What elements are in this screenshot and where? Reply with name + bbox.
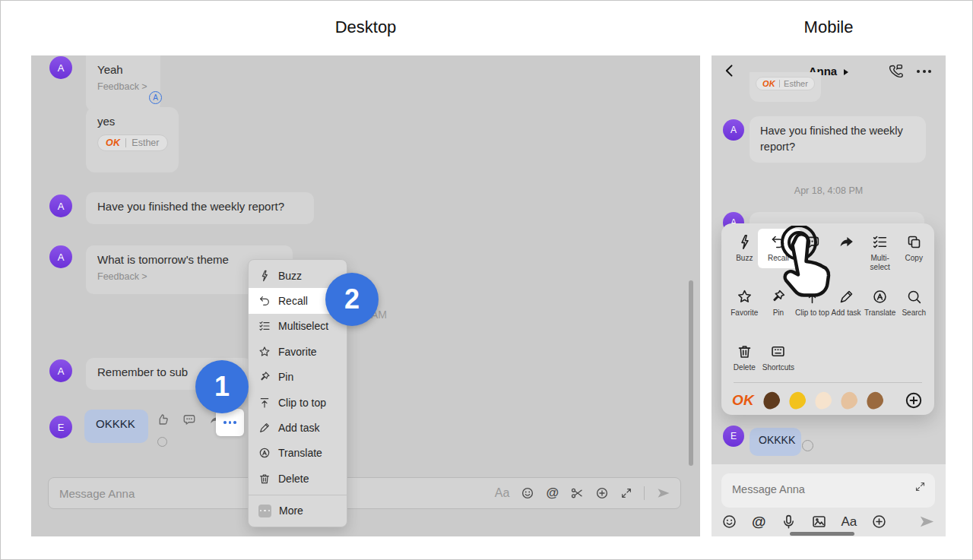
quick-reactions-row: OK (732, 389, 924, 412)
reaction-chip[interactable]: OK Esther (97, 134, 168, 151)
message-input[interactable] (731, 482, 914, 496)
expand-icon[interactable] (620, 487, 632, 499)
send-icon[interactable] (656, 486, 671, 501)
message-input-field[interactable] (721, 473, 935, 508)
avatar[interactable]: E (49, 416, 72, 438)
avatar[interactable]: A (49, 56, 72, 79)
menu-item-label: Multiselect (278, 320, 328, 332)
action-favorite[interactable]: Favorite (727, 289, 762, 318)
menu-item-favorite[interactable]: Favorite (249, 339, 347, 364)
message-bubble[interactable]: Yeah Feedback > (86, 55, 160, 111)
avatar[interactable]: E (723, 426, 744, 447)
add-task-icon (258, 422, 271, 434)
menu-item-translate[interactable]: Translate (249, 441, 347, 466)
avatar[interactable]: A (49, 359, 72, 382)
expand-icon[interactable] (914, 481, 926, 492)
message-text: yes (97, 115, 167, 128)
read-status-ring (157, 437, 167, 447)
arrow-to-top-icon (258, 397, 271, 409)
action-search[interactable]: Search (897, 289, 931, 318)
action-translate[interactable]: Translate (863, 289, 897, 318)
action-shortcuts[interactable]: Shortcuts (762, 343, 796, 372)
scrollbar[interactable] (689, 280, 693, 466)
avatar[interactable]: A (49, 245, 72, 268)
flexed-biceps-emoji[interactable] (788, 391, 807, 410)
menu-item-label: More (279, 505, 303, 517)
flexed-biceps-emoji[interactable] (865, 391, 885, 410)
divider (779, 80, 780, 87)
menu-item-label: Pin (278, 371, 293, 383)
emoji-icon[interactable] (521, 486, 534, 500)
action-copy[interactable]: Copy (897, 234, 931, 271)
composer-toolbar: @ Aa (721, 513, 936, 530)
text-format-icon[interactable]: Aa (495, 486, 510, 500)
menu-item-more[interactable]: More (249, 498, 347, 524)
avatar[interactable]: A (723, 119, 744, 141)
call-icon[interactable] (888, 63, 904, 79)
ok-emoji: OK (106, 138, 120, 148)
mic-icon[interactable] (781, 514, 797, 530)
trash-icon (737, 343, 753, 359)
menu-item-add-task[interactable]: Add task (249, 415, 347, 440)
more-icon (223, 421, 236, 424)
menu-divider (249, 495, 347, 495)
lightning-icon (258, 270, 271, 282)
search-icon (906, 289, 922, 305)
message-text: Remember to sub (97, 365, 188, 378)
divider (644, 486, 645, 500)
star-icon (737, 289, 753, 305)
ok-emoji[interactable]: OK (732, 392, 754, 409)
pin-icon (258, 371, 271, 383)
plus-circle-icon[interactable] (871, 514, 887, 530)
thumbs-up-icon[interactable] (156, 413, 170, 426)
menu-item-delete[interactable]: Delete (249, 466, 347, 491)
star-icon (258, 346, 271, 358)
reply-in-thread-icon[interactable] (182, 413, 196, 426)
menu-item-label: Recall (278, 295, 308, 307)
desktop-section-title: Desktop (31, 17, 700, 37)
auto-translate-icon[interactable]: A (149, 91, 162, 104)
message-text: Have you finished the weekly report? (97, 200, 284, 213)
flexed-biceps-emoji[interactable] (839, 391, 859, 410)
message-topic-link[interactable]: Feedback > (97, 81, 149, 92)
text-format-icon[interactable]: Aa (841, 514, 857, 530)
chat-title[interactable]: Anna (712, 65, 946, 78)
message-bubble[interactable]: OKKKK (750, 428, 801, 456)
avatar[interactable]: A (49, 195, 72, 217)
message-bubble[interactable]: Have you finished the weekly report? (750, 116, 926, 163)
add-reaction-icon[interactable] (904, 391, 924, 410)
plus-circle-icon[interactable] (595, 486, 609, 500)
message-text: OKKKK (96, 417, 135, 430)
copy-icon (906, 234, 922, 250)
menu-item-clip-to-top[interactable]: Clip to top (249, 390, 347, 415)
reaction-chip[interactable]: OK Esther (756, 77, 815, 90)
divider (125, 138, 126, 147)
emoji-icon[interactable] (721, 514, 737, 530)
message-bubble[interactable]: OK Esther (750, 72, 821, 102)
mention-icon[interactable]: @ (546, 486, 559, 501)
tutorial-canvas: Desktop Mobile A Yeah Feedback > A yes O… (0, 0, 973, 560)
ok-emoji: OK (762, 79, 775, 88)
flexed-biceps-emoji[interactable] (762, 391, 781, 410)
message-composer: Aa @ (48, 477, 681, 509)
action-buzz[interactable]: Buzz (727, 234, 762, 271)
menu-item-pin[interactable]: Pin (249, 365, 347, 390)
mobile-section-title: Mobile (712, 17, 946, 37)
message-bubble[interactable]: yes OK Esther (86, 107, 179, 172)
image-icon[interactable] (811, 514, 827, 530)
message-bubble[interactable]: OKKKK (84, 410, 148, 443)
send-icon[interactable] (918, 513, 936, 530)
flexed-biceps-emoji[interactable] (813, 391, 833, 410)
mention-icon[interactable]: @ (752, 514, 766, 530)
message-bubble[interactable]: Have you finished the weekly report? (86, 192, 314, 224)
home-indicator[interactable] (790, 532, 854, 536)
shortcuts-icon (770, 343, 786, 359)
sheet-divider (734, 382, 922, 383)
action-delete[interactable]: Delete (727, 343, 762, 372)
step-badge-2: 2 (325, 273, 379, 326)
action-multi-select[interactable]: Multi-select (863, 234, 897, 271)
timestamp: Apr 18, 4:08 PM (712, 185, 946, 196)
more-icon[interactable] (917, 70, 931, 73)
scissors-icon[interactable] (570, 486, 584, 500)
read-status-ring (802, 440, 813, 451)
